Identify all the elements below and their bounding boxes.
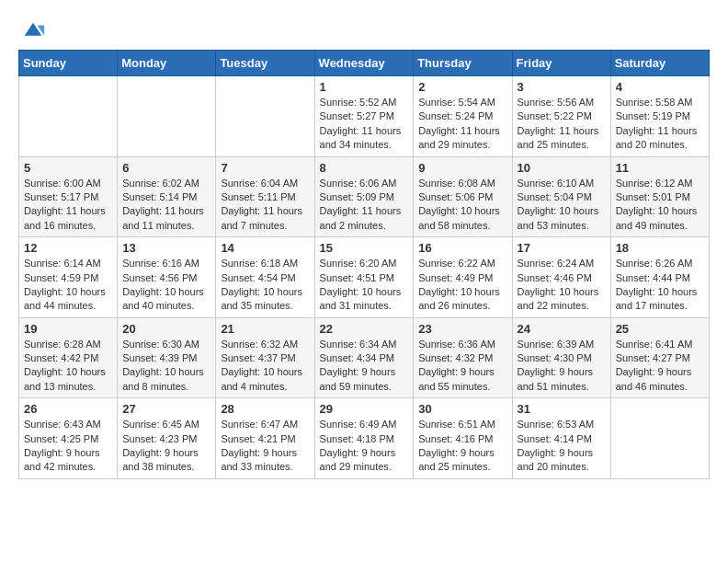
- calendar-cell: 28Sunrise: 6:47 AM Sunset: 4:21 PM Dayli…: [216, 398, 314, 479]
- day-number: 3: [518, 80, 606, 94]
- day-info: Sunrise: 5:52 AM Sunset: 5:27 PM Dayligh…: [320, 96, 409, 153]
- day-number: 14: [221, 241, 309, 255]
- day-info: Sunrise: 6:28 AM Sunset: 4:42 PM Dayligh…: [24, 338, 112, 395]
- calendar-cell: 12Sunrise: 6:14 AM Sunset: 4:59 PM Dayli…: [19, 237, 118, 318]
- day-number: 17: [518, 241, 606, 255]
- calendar-cell: 5Sunrise: 6:00 AM Sunset: 5:17 PM Daylig…: [19, 156, 118, 237]
- day-info: Sunrise: 6:26 AM Sunset: 4:44 PM Dayligh…: [616, 257, 704, 314]
- day-number: 23: [418, 322, 506, 336]
- calendar-cell: 21Sunrise: 6:32 AM Sunset: 4:37 PM Dayli…: [216, 317, 314, 398]
- day-number: 16: [418, 241, 506, 255]
- day-number: 1: [320, 80, 409, 94]
- calendar-cell: 7Sunrise: 6:04 AM Sunset: 5:11 PM Daylig…: [216, 156, 314, 237]
- calendar-table: SundayMondayTuesdayWednesdayThursdayFrid…: [18, 50, 710, 479]
- day-info: Sunrise: 6:30 AM Sunset: 4:39 PM Dayligh…: [122, 338, 210, 395]
- day-info: Sunrise: 6:43 AM Sunset: 4:25 PM Dayligh…: [24, 418, 112, 475]
- day-number: 22: [320, 322, 409, 336]
- calendar-cell: 3Sunrise: 5:56 AM Sunset: 5:22 PM Daylig…: [512, 76, 610, 157]
- day-info: Sunrise: 6:10 AM Sunset: 5:04 PM Dayligh…: [518, 177, 606, 234]
- day-header-friday: Friday: [512, 51, 610, 76]
- calendar-week-row: 1Sunrise: 5:52 AM Sunset: 5:27 PM Daylig…: [19, 76, 710, 157]
- day-info: Sunrise: 6:41 AM Sunset: 4:27 PM Dayligh…: [616, 338, 704, 395]
- logo-icon: [20, 18, 46, 44]
- day-info: Sunrise: 5:54 AM Sunset: 5:24 PM Dayligh…: [418, 96, 506, 153]
- day-info: Sunrise: 6:04 AM Sunset: 5:11 PM Dayligh…: [221, 177, 309, 234]
- day-number: 15: [320, 241, 409, 255]
- day-number: 10: [518, 161, 606, 175]
- calendar-week-row: 5Sunrise: 6:00 AM Sunset: 5:17 PM Daylig…: [19, 156, 710, 237]
- calendar-cell: 25Sunrise: 6:41 AM Sunset: 4:27 PM Dayli…: [610, 317, 709, 398]
- calendar-header-row: SundayMondayTuesdayWednesdayThursdayFrid…: [19, 51, 710, 76]
- day-number: 7: [221, 161, 309, 175]
- day-number: 18: [616, 241, 704, 255]
- day-number: 20: [122, 322, 210, 336]
- calendar-week-row: 12Sunrise: 6:14 AM Sunset: 4:59 PM Dayli…: [19, 237, 710, 318]
- calendar-cell: 4Sunrise: 5:58 AM Sunset: 5:19 PM Daylig…: [610, 76, 709, 157]
- calendar-cell: 10Sunrise: 6:10 AM Sunset: 5:04 PM Dayli…: [512, 156, 610, 237]
- day-number: 30: [418, 402, 506, 416]
- day-header-wednesday: Wednesday: [314, 51, 414, 76]
- calendar-cell: 27Sunrise: 6:45 AM Sunset: 4:23 PM Dayli…: [118, 398, 216, 479]
- day-number: 28: [221, 402, 309, 416]
- day-info: Sunrise: 6:16 AM Sunset: 4:56 PM Dayligh…: [122, 257, 210, 314]
- day-info: Sunrise: 6:36 AM Sunset: 4:32 PM Dayligh…: [418, 338, 506, 395]
- calendar-week-row: 19Sunrise: 6:28 AM Sunset: 4:42 PM Dayli…: [19, 317, 710, 398]
- day-info: Sunrise: 6:53 AM Sunset: 4:14 PM Dayligh…: [518, 418, 606, 475]
- day-number: 19: [24, 322, 112, 336]
- calendar-cell: 14Sunrise: 6:18 AM Sunset: 4:54 PM Dayli…: [216, 237, 314, 318]
- day-info: Sunrise: 6:39 AM Sunset: 4:30 PM Dayligh…: [518, 338, 606, 395]
- day-number: 4: [616, 80, 704, 94]
- calendar-cell: 30Sunrise: 6:51 AM Sunset: 4:16 PM Dayli…: [414, 398, 512, 479]
- day-info: Sunrise: 6:14 AM Sunset: 4:59 PM Dayligh…: [24, 257, 112, 314]
- day-info: Sunrise: 6:51 AM Sunset: 4:16 PM Dayligh…: [418, 418, 506, 475]
- calendar-cell: 6Sunrise: 6:02 AM Sunset: 5:14 PM Daylig…: [118, 156, 216, 237]
- day-number: 31: [518, 402, 606, 416]
- calendar-cell: [118, 76, 216, 157]
- day-header-tuesday: Tuesday: [216, 51, 314, 76]
- day-number: 5: [24, 161, 112, 175]
- calendar-cell: [216, 76, 314, 157]
- calendar-week-row: 26Sunrise: 6:43 AM Sunset: 4:25 PM Dayli…: [19, 398, 710, 479]
- day-info: Sunrise: 6:00 AM Sunset: 5:17 PM Dayligh…: [24, 177, 112, 234]
- day-info: Sunrise: 6:47 AM Sunset: 4:21 PM Dayligh…: [221, 418, 309, 475]
- page-header: [18, 18, 710, 40]
- day-info: Sunrise: 6:02 AM Sunset: 5:14 PM Dayligh…: [122, 177, 210, 234]
- logo: [18, 18, 46, 40]
- day-number: 2: [418, 80, 506, 94]
- day-info: Sunrise: 5:58 AM Sunset: 5:19 PM Dayligh…: [616, 96, 704, 153]
- calendar-cell: 22Sunrise: 6:34 AM Sunset: 4:34 PM Dayli…: [314, 317, 414, 398]
- day-number: 8: [320, 161, 409, 175]
- calendar-cell: 16Sunrise: 6:22 AM Sunset: 4:49 PM Dayli…: [414, 237, 512, 318]
- calendar-cell: 15Sunrise: 6:20 AM Sunset: 4:51 PM Dayli…: [314, 237, 414, 318]
- day-number: 21: [221, 322, 309, 336]
- day-info: Sunrise: 6:49 AM Sunset: 4:18 PM Dayligh…: [320, 418, 409, 475]
- calendar-cell: 2Sunrise: 5:54 AM Sunset: 5:24 PM Daylig…: [414, 76, 512, 157]
- calendar-cell: 13Sunrise: 6:16 AM Sunset: 4:56 PM Dayli…: [118, 237, 216, 318]
- day-info: Sunrise: 6:22 AM Sunset: 4:49 PM Dayligh…: [418, 257, 506, 314]
- day-info: Sunrise: 6:08 AM Sunset: 5:06 PM Dayligh…: [418, 177, 506, 234]
- calendar-cell: 23Sunrise: 6:36 AM Sunset: 4:32 PM Dayli…: [414, 317, 512, 398]
- calendar-cell: 18Sunrise: 6:26 AM Sunset: 4:44 PM Dayli…: [610, 237, 709, 318]
- day-number: 11: [616, 161, 704, 175]
- calendar-cell: 24Sunrise: 6:39 AM Sunset: 4:30 PM Dayli…: [512, 317, 610, 398]
- day-info: Sunrise: 6:18 AM Sunset: 4:54 PM Dayligh…: [221, 257, 309, 314]
- day-number: 27: [122, 402, 210, 416]
- day-info: Sunrise: 6:20 AM Sunset: 4:51 PM Dayligh…: [320, 257, 409, 314]
- day-header-thursday: Thursday: [414, 51, 512, 76]
- day-number: 25: [616, 322, 704, 336]
- day-number: 24: [518, 322, 606, 336]
- day-number: 9: [418, 161, 506, 175]
- day-number: 6: [122, 161, 210, 175]
- day-info: Sunrise: 6:12 AM Sunset: 5:01 PM Dayligh…: [616, 177, 704, 234]
- day-info: Sunrise: 6:32 AM Sunset: 4:37 PM Dayligh…: [221, 338, 309, 395]
- calendar-cell: 8Sunrise: 6:06 AM Sunset: 5:09 PM Daylig…: [314, 156, 414, 237]
- day-info: Sunrise: 6:45 AM Sunset: 4:23 PM Dayligh…: [122, 418, 210, 475]
- calendar-cell: 11Sunrise: 6:12 AM Sunset: 5:01 PM Dayli…: [610, 156, 709, 237]
- calendar-cell: 29Sunrise: 6:49 AM Sunset: 4:18 PM Dayli…: [314, 398, 414, 479]
- day-info: Sunrise: 6:34 AM Sunset: 4:34 PM Dayligh…: [320, 338, 409, 395]
- day-number: 12: [24, 241, 112, 255]
- calendar-cell: 31Sunrise: 6:53 AM Sunset: 4:14 PM Dayli…: [512, 398, 610, 479]
- calendar-cell: 26Sunrise: 6:43 AM Sunset: 4:25 PM Dayli…: [19, 398, 118, 479]
- day-info: Sunrise: 5:56 AM Sunset: 5:22 PM Dayligh…: [518, 96, 606, 153]
- calendar-cell: 9Sunrise: 6:08 AM Sunset: 5:06 PM Daylig…: [414, 156, 512, 237]
